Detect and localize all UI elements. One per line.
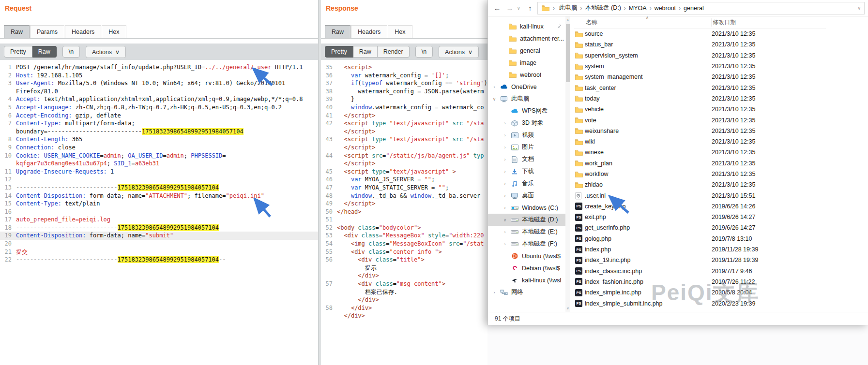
file-row[interactable]: PSindex_classic.inc.php2019/7/17 9:46	[574, 266, 826, 277]
file-row[interactable]: vehicle2021/3/10 12:35	[574, 104, 826, 115]
sidebar-item[interactable]: image	[488, 57, 565, 69]
file-row[interactable]: PSexit.php2019/6/26 14:27	[574, 212, 826, 222]
btn-actions[interactable]: Actions ∨	[439, 46, 479, 58]
file-row[interactable]: PSindex.php2019/11/28 19:39	[574, 244, 826, 255]
tab-raw[interactable]: Raw	[4, 25, 30, 38]
btn-newline[interactable]: \n	[415, 46, 433, 58]
btn-actions[interactable]: Actions ∨	[86, 46, 126, 58]
expander-icon[interactable]: ›	[492, 85, 497, 89]
file-row[interactable]: PSindex_simple_submit.inc.php2020/2/23 1…	[574, 298, 826, 308]
btn-pretty[interactable]: Pretty	[4, 46, 32, 58]
breadcrumb-item[interactable]: 本地磁盘 (D:)	[584, 4, 623, 12]
file-row[interactable]: PSgolog.php2019/7/8 13:10	[574, 234, 826, 244]
sidebar-item[interactable]: ›3D 对象	[488, 117, 565, 129]
expander-icon[interactable]: ∨	[492, 97, 497, 102]
file-row[interactable]: task_center2021/3/10 12:35	[574, 82, 826, 93]
breadcrumb-item[interactable]: 此电脑	[558, 4, 579, 12]
expander-icon[interactable]: ›	[503, 133, 507, 138]
breadcrumb-item[interactable]: MYOA	[627, 5, 648, 12]
expander-icon[interactable]: ›	[503, 121, 507, 126]
sidebar-item[interactable]: ›Windows (C:)	[488, 202, 565, 214]
sidebar-item[interactable]: ›网络	[488, 286, 565, 298]
scroll-up-icon[interactable]: ∧	[565, 17, 570, 23]
breadcrumb-item[interactable]: general	[682, 5, 705, 12]
file-row[interactable]: PSget_userinfo.php2019/6/26 14:27	[574, 222, 826, 233]
scrollbar-thumb[interactable]	[566, 24, 570, 82]
sidebar-item[interactable]: ›下载	[488, 165, 565, 177]
file-row[interactable]: today2021/3/10 12:35	[574, 93, 826, 104]
expander-icon[interactable]: ›	[503, 193, 507, 198]
file-row[interactable]: system2021/3/10 12:35	[574, 61, 826, 72]
file-row[interactable]: workflow2021/3/10 12:35	[574, 169, 826, 179]
expander-icon[interactable]: ›	[503, 205, 507, 210]
expander-icon[interactable]: ›	[503, 169, 507, 174]
file-row[interactable]: PSindex_fashion.inc.php2019/7/26 11:22	[574, 277, 826, 287]
expander-icon[interactable]: ›	[503, 145, 507, 150]
scroll-down-icon[interactable]: ∨	[565, 306, 570, 311]
tab-hex[interactable]: Hex	[102, 25, 126, 38]
file-row[interactable]: supervision_system2021/3/10 12:35	[574, 50, 826, 61]
sidebar-item[interactable]: ›音乐	[488, 177, 565, 190]
btn-raw[interactable]: Raw	[353, 46, 378, 58]
sidebar-item[interactable]: ›本地磁盘 (E:)	[488, 226, 565, 238]
btn-newline[interactable]: \n	[62, 46, 80, 58]
line-text: </div>	[337, 312, 365, 320]
sidebar-item[interactable]: ›视频	[488, 129, 565, 141]
btn-raw[interactable]: Raw	[32, 46, 57, 58]
file-row[interactable]: PSindex_19.inc.php2019/11/28 19:39	[574, 255, 826, 265]
expander-icon[interactable]: ›	[503, 181, 507, 186]
tab-params[interactable]: Params	[30, 25, 64, 38]
file-row[interactable]: status_bar2021/3/10 12:35	[574, 39, 826, 50]
expander-icon[interactable]: ∨	[503, 218, 507, 222]
file-row[interactable]: wiki2021/3/10 12:35	[574, 136, 826, 147]
file-row[interactable]: work_plan2021/3/10 12:35	[574, 158, 826, 169]
expander-icon[interactable]: ›	[503, 230, 507, 234]
file-row[interactable]: PSindex_simple.inc.php2020/5/8 20:04	[574, 287, 826, 298]
expander-icon[interactable]: ›	[503, 157, 507, 162]
sidebar-item[interactable]: Debian (\\wsl$	[488, 262, 565, 274]
sidebar-item[interactable]: ∨本地磁盘 (D:)	[488, 214, 565, 226]
sidebar-item[interactable]: attachment-rer...	[488, 32, 565, 44]
address-dropdown-icon[interactable]: ∨	[857, 6, 861, 11]
file-row[interactable]: source2021/3/10 12:35	[574, 29, 826, 39]
up-icon[interactable]: ↑	[525, 4, 535, 12]
column-header-date[interactable]: 修改日期	[712, 18, 826, 27]
tab-headers[interactable]: Headers	[65, 25, 101, 38]
btn-render[interactable]: Render	[378, 46, 410, 58]
sidebar-scrollbar[interactable]: ∧ ∨	[565, 16, 570, 312]
response-editor[interactable]: 35 <script>36 var watermark_config = '[]…	[321, 60, 487, 365]
sidebar-item[interactable]: general	[488, 44, 565, 57]
file-row[interactable]: .user.ini2021/3/10 15:51	[574, 190, 826, 201]
sidebar-item[interactable]: webroot	[488, 69, 565, 81]
file-row[interactable]: winexe2021/3/10 12:35	[574, 147, 826, 158]
expander-icon[interactable]: ›	[492, 290, 497, 295]
file-row[interactable]: weixunshare2021/3/10 12:35	[574, 126, 826, 136]
forward-icon[interactable]: →	[504, 4, 515, 12]
sidebar-item[interactable]: ›OneDrive	[488, 81, 565, 93]
history-dropdown-icon[interactable]: ∨	[517, 6, 523, 11]
file-row[interactable]: vote2021/3/10 12:35	[574, 115, 826, 125]
sidebar-item[interactable]: Ubuntu (\\wsl$	[488, 250, 565, 262]
address-bar[interactable]: › 此电脑›本地磁盘 (D:)›MYOA›webroot›general ∨	[537, 2, 865, 15]
sidebar-item[interactable]: ∨此电脑	[488, 93, 565, 105]
code-line: 14Content-Disposition: form-data; name="…	[0, 192, 318, 200]
sidebar-item[interactable]: ›本地磁盘 (F:)	[488, 238, 565, 250]
request-editor[interactable]: 1POST /general/hr/manage/staff_info/upda…	[0, 60, 318, 365]
breadcrumb-item[interactable]: webroot	[653, 5, 677, 12]
sidebar-item[interactable]: ›桌面	[488, 190, 565, 202]
sidebar-item[interactable]: kali-linux (\\wsl	[488, 274, 565, 286]
sidebar-item[interactable]: ›图片	[488, 141, 565, 153]
file-row[interactable]: zhidao2021/3/10 12:35	[574, 179, 826, 190]
tab-headers[interactable]: Headers	[351, 25, 387, 38]
tab-raw[interactable]: Raw	[325, 25, 350, 38]
expander-icon[interactable]: ›	[503, 242, 507, 247]
file-row[interactable]: system_management2021/3/10 12:35	[574, 72, 826, 82]
tab-hex[interactable]: Hex	[388, 25, 412, 38]
sidebar-item[interactable]: ›文档	[488, 153, 565, 165]
sidebar-item[interactable]: kali-linux	[488, 20, 565, 32]
file-row[interactable]: PScreate_key.php2019/6/26 14:26	[574, 201, 826, 212]
back-icon[interactable]: ←	[492, 4, 503, 12]
sidebar-item[interactable]: WPS网盘	[488, 105, 565, 117]
btn-pretty[interactable]: Pretty	[325, 46, 353, 58]
column-header-name[interactable]: 名称	[574, 18, 712, 27]
